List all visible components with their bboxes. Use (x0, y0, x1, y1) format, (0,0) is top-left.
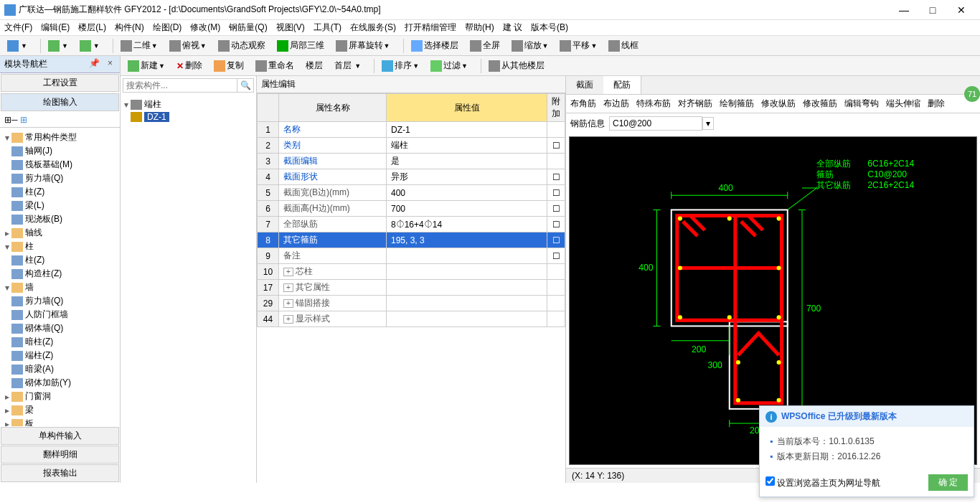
undo-icon[interactable]: ▼ (45, 39, 71, 53)
tree-raft[interactable]: 筏板基础(M) (3, 158, 117, 171)
tree-masonry-rebar[interactable]: 砌体加筋(Y) (3, 376, 117, 390)
dim-dropdown[interactable]: 二维▼ (118, 38, 161, 53)
firstfloor-dropdown[interactable]: 首层 ▼ (331, 58, 364, 73)
tree-masonry[interactable]: 砌体墙(Q) (3, 321, 117, 335)
notification-badge[interactable]: 71 (964, 86, 980, 102)
tree-slab[interactable]: 现浇板(B) (3, 212, 117, 226)
pan-button[interactable]: 平移▼ (557, 38, 600, 53)
prop-row-width[interactable]: 5截面宽(B边)(mm)400☐ (258, 185, 565, 201)
eng-settings-button[interactable]: 工程设置 (1, 74, 119, 92)
draw-input-button[interactable]: 绘图输入 (1, 93, 119, 111)
comp-item[interactable]: DZ-1 (122, 111, 255, 123)
tree-axis-grid[interactable]: 轴网(J) (3, 144, 117, 158)
local3d-button[interactable]: 局部三维 (274, 38, 327, 53)
special-rebar-button[interactable]: 特殊布筋 (636, 98, 671, 110)
tree-shearwall[interactable]: 剪力墙(Q) (3, 171, 117, 185)
wps-ok-button[interactable]: 确 定 (928, 474, 968, 491)
tree-defwall[interactable]: 人防门框墙 (3, 308, 117, 321)
tree-beam[interactable]: 梁(L) (3, 199, 117, 212)
menu-view[interactable]: 视图(V) (276, 22, 305, 34)
zoom-button[interactable]: 缩放▼ (509, 38, 552, 53)
tree-shearwall2[interactable]: 剪力墙(Q) (3, 294, 117, 308)
prop-row-name[interactable]: 1名称DZ-1 (258, 122, 565, 138)
tree-axis[interactable]: ▸轴线 (3, 226, 117, 240)
menu-help[interactable]: 帮助(H) (465, 22, 494, 34)
mod-long-button[interactable]: 修改纵筋 (761, 98, 796, 110)
fullscreen-button[interactable]: 全屏 (467, 38, 503, 53)
menu-tools[interactable]: 工具(T) (314, 22, 341, 34)
prop-row-shape[interactable]: 4截面形状异形☐ (258, 169, 565, 185)
tree-beam2[interactable]: ▸梁 (3, 403, 117, 417)
search-button[interactable]: 🔍 (237, 78, 254, 93)
tree-hiddencol[interactable]: 暗柱(Z) (3, 335, 117, 349)
menu-version[interactable]: 版本号(B) (531, 22, 568, 34)
close-button[interactable]: ✕ (947, 4, 976, 16)
report-button[interactable]: 报表输出 (1, 464, 119, 482)
tree-icon[interactable]: ⊞ (20, 115, 27, 125)
tab-rebar[interactable]: 配筋 (603, 76, 641, 94)
tab-section[interactable]: 截面 (566, 76, 603, 94)
end-extend-button[interactable]: 端头伸缩 (886, 98, 920, 110)
info-dropdown-icon[interactable]: ▾ (702, 117, 714, 130)
wire-button[interactable]: 线框 (606, 38, 641, 53)
tree-column[interactable]: 柱(Z) (3, 185, 117, 199)
rotate-button[interactable]: 屏幕旋转▼ (333, 38, 393, 53)
edge-rebar-button[interactable]: 布边筋 (603, 98, 629, 110)
menu-draw[interactable]: 绘图(D) (153, 22, 182, 34)
otherfloor-button[interactable]: 从其他楼层 (486, 58, 547, 73)
prop-row-remark[interactable]: 9备注☐ (258, 248, 565, 264)
tree-col-z[interactable]: 柱(Z) (3, 253, 117, 267)
wps-checkbox[interactable]: 设置浏览器主页为网址导航 (765, 476, 880, 489)
sort-button[interactable]: 排序▼ (379, 58, 422, 73)
delete-button[interactable]: ✕删除 (174, 58, 205, 73)
tree-endcol[interactable]: 端柱(Z) (3, 349, 117, 362)
prop-row-anchor[interactable]: 29+ 锚固搭接 (258, 296, 565, 311)
save-icon[interactable]: ▼ (4, 39, 30, 53)
tree-col[interactable]: ▾柱 (3, 240, 117, 253)
minimize-button[interactable]: — (890, 4, 918, 16)
single-input-button[interactable]: 单构件输入 (1, 427, 119, 445)
menu-file[interactable]: 文件(F) (4, 22, 32, 34)
menu-edit[interactable]: 编辑(E) (41, 22, 70, 34)
menu-element[interactable]: 构件(N) (115, 22, 144, 34)
comp-root[interactable]: ▾端柱 (122, 98, 255, 111)
redo-icon[interactable]: ▼ (77, 39, 103, 53)
detail-button[interactable]: 翻样明细 (1, 446, 119, 464)
filter-button[interactable]: 过滤▼ (428, 58, 471, 73)
tree-constcol[interactable]: 构造柱(Z) (3, 267, 117, 281)
tree-common[interactable]: ▾常用构件类型 (3, 131, 117, 144)
prop-row-core[interactable]: 10+ 芯柱 (258, 264, 565, 280)
delete-rebar-button[interactable]: 删除 (928, 98, 945, 110)
new-button[interactable]: 新建▼ (125, 58, 168, 73)
prop-row-display[interactable]: 44+ 显示样式 (258, 311, 565, 327)
search-input[interactable] (123, 78, 237, 93)
prop-row-other[interactable]: 17+ 其它属性 (258, 280, 565, 296)
draw-stirrup-button[interactable]: 绘制箍筋 (720, 98, 754, 110)
expand-icon[interactable]: ⊞─ (4, 115, 18, 125)
view-dropdown[interactable]: 俯视▼ (166, 38, 209, 53)
prop-row-allrebar[interactable]: 7全部纵筋8⏀16+4⏀14☐ (258, 217, 565, 232)
rename-button[interactable]: 重命名 (253, 58, 297, 73)
menu-floor[interactable]: 楼层(L) (78, 22, 106, 34)
selfloor-button[interactable]: 选择楼层 (408, 38, 461, 53)
align-rebar-button[interactable]: 对齐钢筋 (678, 98, 712, 110)
pin-close-icons[interactable]: 📌 × (89, 58, 116, 70)
prop-row-section-edit[interactable]: 3截面编辑是 (258, 154, 565, 169)
corner-rebar-button[interactable]: 布角筋 (570, 98, 596, 110)
tree-wall[interactable]: ▾墙 (3, 281, 117, 294)
edit-hook-button[interactable]: 编辑弯钩 (844, 98, 879, 110)
menu-rebar[interactable]: 钢筋量(Q) (229, 22, 267, 34)
prop-row-type[interactable]: 2类别端柱☐ (258, 138, 565, 154)
menu-suggest[interactable]: 建 议 (503, 22, 522, 34)
prop-row-otherstirrup[interactable]: 8其它箍筋195, 3, 3☐ (258, 232, 565, 248)
menu-online[interactable]: 在线服务(S) (350, 22, 396, 34)
menu-modify[interactable]: 修改(M) (190, 22, 220, 34)
tree-hiddenbeam[interactable]: 暗梁(A) (3, 362, 117, 376)
menu-detail[interactable]: 打开精细管理 (405, 22, 456, 34)
copy-button[interactable]: 复制 (211, 58, 247, 73)
anim-button[interactable]: 动态观察 (215, 38, 268, 53)
rebar-info-input[interactable] (609, 116, 702, 131)
maximize-button[interactable]: □ (918, 4, 947, 16)
mod-stirrup-button[interactable]: 修改箍筋 (803, 98, 837, 110)
prop-row-height[interactable]: 6截面高(H边)(mm)700☐ (258, 201, 565, 217)
